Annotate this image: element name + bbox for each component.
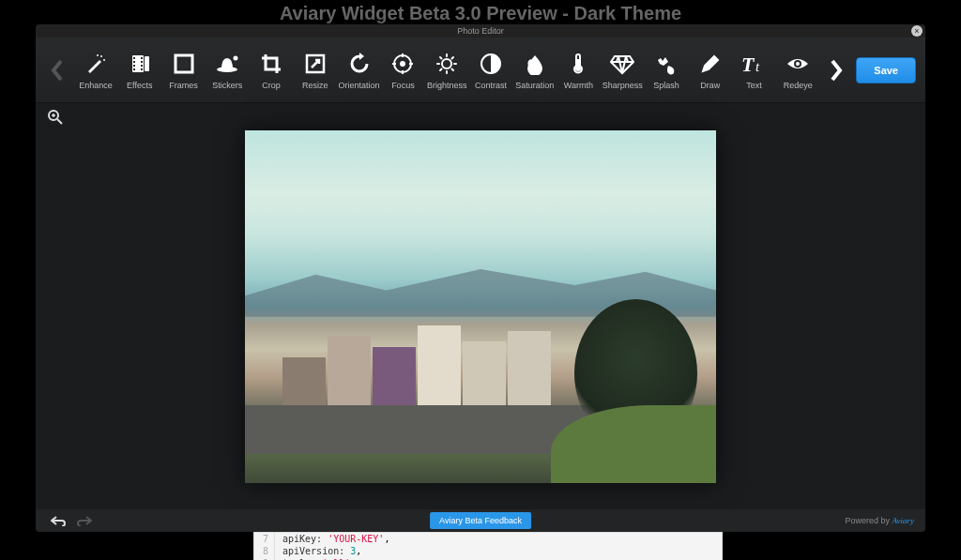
contrast-icon xyxy=(480,51,502,77)
hat-icon xyxy=(215,51,239,77)
tool-saturation[interactable]: Saturation xyxy=(514,51,556,90)
target-icon xyxy=(391,51,414,77)
page-background-title: Aviary Widget Beta 3.0 Preview - Dark Th… xyxy=(0,0,961,26)
tool-label: Orientation xyxy=(339,81,380,90)
tool-label: Crop xyxy=(262,81,281,90)
tool-effects[interactable]: Effects xyxy=(119,51,160,90)
crop-icon xyxy=(260,51,282,77)
close-button[interactable]: × xyxy=(911,25,923,37)
tool-label: Stickers xyxy=(212,81,242,90)
tool-label: Splash xyxy=(653,81,679,90)
tool-splash[interactable]: Splash xyxy=(646,51,687,90)
eye-icon xyxy=(786,51,810,77)
tool-brightness[interactable]: Brightness xyxy=(426,51,467,90)
diamond-icon xyxy=(610,51,634,77)
tool-label: Contrast xyxy=(475,81,507,90)
redo-button[interactable] xyxy=(71,512,98,529)
canvas-area xyxy=(36,103,925,509)
svg-point-19 xyxy=(401,62,404,66)
resize-icon xyxy=(304,51,327,77)
tool-warmth[interactable]: Warmth xyxy=(557,51,599,90)
footer: Aviary Beta Feedback Powered by Aviary xyxy=(36,509,925,532)
tool-label: Effects xyxy=(127,81,152,90)
photo-canvas[interactable] xyxy=(245,130,716,483)
filmstrip-icon xyxy=(129,51,151,77)
toolbar: EnhanceEffectsFramesStickersCropResizeOr… xyxy=(36,38,925,103)
window-title: Photo Editor xyxy=(457,26,504,36)
thermometer-icon xyxy=(567,51,589,77)
wand-icon xyxy=(84,51,107,77)
svg-rect-10 xyxy=(141,65,143,67)
rotate-icon xyxy=(348,51,371,77)
svg-point-40 xyxy=(796,62,800,66)
svg-line-29 xyxy=(440,57,442,59)
tools-scroll-left[interactable] xyxy=(45,42,69,98)
tool-draw[interactable]: Draw xyxy=(690,51,731,90)
svg-point-16 xyxy=(234,55,238,60)
feedback-button[interactable]: Aviary Beta Feedback xyxy=(430,512,531,529)
svg-rect-4 xyxy=(133,57,135,59)
svg-rect-11 xyxy=(141,68,143,70)
tool-label: Frames xyxy=(169,81,198,90)
tool-contrast[interactable]: Contrast xyxy=(470,51,511,90)
svg-text:T: T xyxy=(741,53,755,75)
pencil-icon xyxy=(699,51,722,77)
svg-point-1 xyxy=(103,59,105,61)
svg-text:t: t xyxy=(755,59,760,74)
tool-label: Text xyxy=(746,81,762,90)
splash-icon xyxy=(655,51,678,77)
tool-label: Draw xyxy=(700,81,720,90)
tools-scroll-right[interactable] xyxy=(824,42,848,98)
svg-line-30 xyxy=(452,68,454,70)
tool-enhance[interactable]: Enhance xyxy=(75,51,116,90)
svg-point-24 xyxy=(442,59,451,68)
svg-rect-5 xyxy=(133,61,135,63)
frame-icon xyxy=(173,51,195,77)
tool-label: Saturation xyxy=(515,81,554,90)
tool-text[interactable]: TtText xyxy=(734,51,775,90)
svg-rect-14 xyxy=(179,59,189,68)
zoom-button[interactable] xyxy=(47,109,64,129)
tool-label: Enhance xyxy=(79,81,113,90)
svg-rect-12 xyxy=(145,56,149,71)
svg-point-2 xyxy=(97,54,99,56)
sun-icon xyxy=(435,51,458,77)
text-icon: Tt xyxy=(741,51,768,77)
brand-link[interactable]: Aviary xyxy=(892,516,915,525)
svg-rect-6 xyxy=(133,65,135,67)
svg-line-31 xyxy=(440,68,442,70)
svg-point-0 xyxy=(100,55,102,57)
svg-line-42 xyxy=(57,119,62,124)
svg-point-34 xyxy=(576,67,580,70)
tool-resize[interactable]: Resize xyxy=(295,51,336,90)
tool-crop[interactable]: Crop xyxy=(251,51,292,90)
window-titlebar: Photo Editor × xyxy=(36,24,925,38)
code-peek: 7apiKey: 'YOUR-KEY',8apiVersion: 3,9tool… xyxy=(253,532,723,560)
svg-rect-7 xyxy=(133,68,135,70)
tool-redeye[interactable]: Redeye xyxy=(777,51,818,90)
tool-sharpness[interactable]: Sharpness xyxy=(602,51,643,90)
tool-focus[interactable]: Focus xyxy=(382,51,423,90)
tool-label: Focus xyxy=(391,81,415,90)
svg-rect-9 xyxy=(141,61,143,63)
photo-editor-window: Photo Editor × EnhanceEffectsFramesStick… xyxy=(36,24,925,532)
undo-button[interactable] xyxy=(45,512,71,529)
svg-line-32 xyxy=(452,57,454,59)
droplet-icon xyxy=(524,51,546,77)
tool-label: Brightness xyxy=(427,81,467,90)
tool-orientation[interactable]: Orientation xyxy=(339,51,380,90)
tool-label: Sharpness xyxy=(603,81,643,90)
tool-label: Resize xyxy=(302,81,328,90)
tool-stickers[interactable]: Stickers xyxy=(206,51,248,90)
powered-by: Powered by Aviary xyxy=(845,516,914,525)
save-button[interactable]: Save xyxy=(856,57,916,83)
svg-rect-8 xyxy=(141,57,143,59)
tool-label: Redeye xyxy=(784,81,813,90)
tool-frames[interactable]: Frames xyxy=(163,51,205,90)
tool-label: Warmth xyxy=(564,81,593,90)
